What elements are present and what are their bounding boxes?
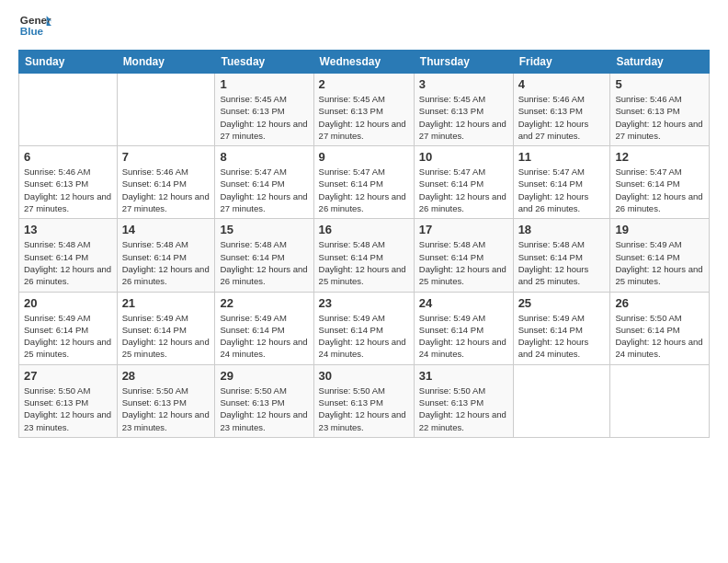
calendar-cell: 18Sunrise: 5:48 AM Sunset: 6:14 PM Dayli… bbox=[513, 219, 610, 292]
column-header-saturday: Saturday bbox=[610, 51, 710, 74]
calendar-header-row: SundayMondayTuesdayWednesdayThursdayFrid… bbox=[19, 51, 710, 74]
calendar-cell bbox=[513, 364, 610, 437]
calendar-cell: 6Sunrise: 5:46 AM Sunset: 6:13 PM Daylig… bbox=[19, 146, 118, 219]
day-info: Sunrise: 5:45 AM Sunset: 6:13 PM Dayligh… bbox=[220, 93, 308, 142]
day-info: Sunrise: 5:50 AM Sunset: 6:13 PM Dayligh… bbox=[122, 385, 210, 433]
day-number: 16 bbox=[319, 223, 409, 236]
svg-text:Blue: Blue bbox=[20, 25, 44, 37]
logo: General Blue bbox=[18, 9, 51, 42]
day-number: 7 bbox=[122, 150, 210, 164]
day-info: Sunrise: 5:48 AM Sunset: 6:14 PM Dayligh… bbox=[122, 238, 210, 287]
day-number: 24 bbox=[419, 296, 508, 310]
calendar-cell bbox=[19, 74, 118, 146]
day-number: 15 bbox=[220, 223, 308, 236]
calendar-cell: 20Sunrise: 5:49 AM Sunset: 6:14 PM Dayli… bbox=[19, 292, 118, 364]
day-number: 8 bbox=[220, 150, 308, 164]
day-info: Sunrise: 5:48 AM Sunset: 6:14 PM Dayligh… bbox=[319, 238, 409, 287]
day-info: Sunrise: 5:47 AM Sunset: 6:14 PM Dayligh… bbox=[220, 166, 308, 214]
calendar-cell: 7Sunrise: 5:46 AM Sunset: 6:14 PM Daylig… bbox=[117, 146, 215, 219]
calendar-cell: 22Sunrise: 5:49 AM Sunset: 6:14 PM Dayli… bbox=[215, 292, 313, 364]
calendar-cell: 2Sunrise: 5:45 AM Sunset: 6:13 PM Daylig… bbox=[313, 74, 414, 146]
calendar-week-row: 1Sunrise: 5:45 AM Sunset: 6:13 PM Daylig… bbox=[19, 74, 710, 146]
day-info: Sunrise: 5:49 AM Sunset: 6:14 PM Dayligh… bbox=[24, 312, 112, 361]
calendar-week-row: 20Sunrise: 5:49 AM Sunset: 6:14 PM Dayli… bbox=[19, 292, 710, 364]
day-number: 2 bbox=[319, 77, 409, 91]
day-info: Sunrise: 5:46 AM Sunset: 6:13 PM Dayligh… bbox=[615, 93, 704, 142]
day-info: Sunrise: 5:50 AM Sunset: 6:13 PM Dayligh… bbox=[419, 385, 508, 433]
column-header-thursday: Thursday bbox=[414, 51, 513, 74]
column-header-sunday: Sunday bbox=[19, 51, 118, 74]
calendar-week-row: 27Sunrise: 5:50 AM Sunset: 6:13 PM Dayli… bbox=[19, 364, 710, 437]
calendar-cell: 5Sunrise: 5:46 AM Sunset: 6:13 PM Daylig… bbox=[610, 74, 710, 146]
day-info: Sunrise: 5:46 AM Sunset: 6:13 PM Dayligh… bbox=[518, 93, 606, 142]
day-number: 10 bbox=[419, 150, 508, 164]
column-header-friday: Friday bbox=[513, 51, 610, 74]
day-info: Sunrise: 5:49 AM Sunset: 6:14 PM Dayligh… bbox=[419, 312, 508, 361]
day-info: Sunrise: 5:50 AM Sunset: 6:14 PM Dayligh… bbox=[615, 312, 704, 361]
day-number: 28 bbox=[122, 369, 210, 383]
day-number: 4 bbox=[518, 77, 606, 91]
day-info: Sunrise: 5:45 AM Sunset: 6:13 PM Dayligh… bbox=[319, 93, 409, 142]
day-info: Sunrise: 5:50 AM Sunset: 6:13 PM Dayligh… bbox=[24, 385, 112, 433]
day-info: Sunrise: 5:49 AM Sunset: 6:14 PM Dayligh… bbox=[122, 312, 210, 361]
calendar-cell: 3Sunrise: 5:45 AM Sunset: 6:13 PM Daylig… bbox=[414, 74, 513, 146]
page-header: General Blue bbox=[18, 9, 710, 42]
calendar-cell: 28Sunrise: 5:50 AM Sunset: 6:13 PM Dayli… bbox=[117, 364, 215, 437]
calendar-cell: 16Sunrise: 5:48 AM Sunset: 6:14 PM Dayli… bbox=[313, 219, 414, 292]
calendar-cell: 26Sunrise: 5:50 AM Sunset: 6:14 PM Dayli… bbox=[610, 292, 710, 364]
calendar-cell: 21Sunrise: 5:49 AM Sunset: 6:14 PM Dayli… bbox=[117, 292, 215, 364]
calendar-cell: 11Sunrise: 5:47 AM Sunset: 6:14 PM Dayli… bbox=[513, 146, 610, 219]
column-header-monday: Monday bbox=[117, 51, 215, 74]
day-number: 14 bbox=[122, 223, 210, 236]
column-header-wednesday: Wednesday bbox=[313, 51, 414, 74]
day-number: 13 bbox=[24, 223, 112, 236]
day-number: 6 bbox=[24, 150, 112, 164]
calendar-cell: 23Sunrise: 5:49 AM Sunset: 6:14 PM Dayli… bbox=[313, 292, 414, 364]
day-number: 30 bbox=[319, 369, 409, 383]
calendar-cell: 13Sunrise: 5:48 AM Sunset: 6:14 PM Dayli… bbox=[19, 219, 118, 292]
calendar-cell: 9Sunrise: 5:47 AM Sunset: 6:14 PM Daylig… bbox=[313, 146, 414, 219]
calendar-week-row: 13Sunrise: 5:48 AM Sunset: 6:14 PM Dayli… bbox=[19, 219, 710, 292]
day-number: 5 bbox=[615, 77, 704, 91]
day-info: Sunrise: 5:49 AM Sunset: 6:14 PM Dayligh… bbox=[615, 238, 704, 287]
day-number: 20 bbox=[24, 296, 112, 310]
calendar-cell: 31Sunrise: 5:50 AM Sunset: 6:13 PM Dayli… bbox=[414, 364, 513, 437]
day-number: 18 bbox=[518, 223, 606, 236]
day-number: 1 bbox=[220, 77, 308, 91]
day-info: Sunrise: 5:47 AM Sunset: 6:14 PM Dayligh… bbox=[419, 166, 508, 214]
day-info: Sunrise: 5:47 AM Sunset: 6:14 PM Dayligh… bbox=[615, 166, 704, 214]
day-number: 26 bbox=[615, 296, 704, 310]
calendar-cell: 25Sunrise: 5:49 AM Sunset: 6:14 PM Dayli… bbox=[513, 292, 610, 364]
calendar-cell: 29Sunrise: 5:50 AM Sunset: 6:13 PM Dayli… bbox=[215, 364, 313, 437]
day-number: 21 bbox=[122, 296, 210, 310]
calendar-cell: 30Sunrise: 5:50 AM Sunset: 6:13 PM Dayli… bbox=[313, 364, 414, 437]
calendar-body: 1Sunrise: 5:45 AM Sunset: 6:13 PM Daylig… bbox=[19, 74, 710, 438]
calendar-cell bbox=[117, 74, 215, 146]
day-number: 25 bbox=[518, 296, 606, 310]
day-info: Sunrise: 5:50 AM Sunset: 6:13 PM Dayligh… bbox=[220, 385, 308, 433]
calendar-cell: 8Sunrise: 5:47 AM Sunset: 6:14 PM Daylig… bbox=[215, 146, 313, 219]
calendar-cell: 24Sunrise: 5:49 AM Sunset: 6:14 PM Dayli… bbox=[414, 292, 513, 364]
day-number: 23 bbox=[319, 296, 409, 310]
calendar-cell bbox=[610, 364, 710, 437]
calendar-cell: 17Sunrise: 5:48 AM Sunset: 6:14 PM Dayli… bbox=[414, 219, 513, 292]
calendar-cell: 10Sunrise: 5:47 AM Sunset: 6:14 PM Dayli… bbox=[414, 146, 513, 219]
day-info: Sunrise: 5:49 AM Sunset: 6:14 PM Dayligh… bbox=[319, 312, 409, 361]
day-info: Sunrise: 5:47 AM Sunset: 6:14 PM Dayligh… bbox=[518, 166, 606, 214]
logo-icon: General Blue bbox=[18, 9, 51, 42]
day-number: 17 bbox=[419, 223, 508, 236]
day-info: Sunrise: 5:49 AM Sunset: 6:14 PM Dayligh… bbox=[220, 312, 308, 361]
calendar-cell: 14Sunrise: 5:48 AM Sunset: 6:14 PM Dayli… bbox=[117, 219, 215, 292]
day-info: Sunrise: 5:45 AM Sunset: 6:13 PM Dayligh… bbox=[419, 93, 508, 142]
calendar-cell: 4Sunrise: 5:46 AM Sunset: 6:13 PM Daylig… bbox=[513, 74, 610, 146]
day-number: 19 bbox=[615, 223, 704, 236]
day-number: 9 bbox=[319, 150, 409, 164]
day-info: Sunrise: 5:48 AM Sunset: 6:14 PM Dayligh… bbox=[24, 238, 112, 287]
day-info: Sunrise: 5:48 AM Sunset: 6:14 PM Dayligh… bbox=[220, 238, 308, 287]
day-number: 22 bbox=[220, 296, 308, 310]
calendar-cell: 1Sunrise: 5:45 AM Sunset: 6:13 PM Daylig… bbox=[215, 74, 313, 146]
day-info: Sunrise: 5:47 AM Sunset: 6:14 PM Dayligh… bbox=[319, 166, 409, 214]
calendar-week-row: 6Sunrise: 5:46 AM Sunset: 6:13 PM Daylig… bbox=[19, 146, 710, 219]
day-info: Sunrise: 5:46 AM Sunset: 6:13 PM Dayligh… bbox=[24, 166, 112, 214]
calendar-cell: 19Sunrise: 5:49 AM Sunset: 6:14 PM Dayli… bbox=[610, 219, 710, 292]
